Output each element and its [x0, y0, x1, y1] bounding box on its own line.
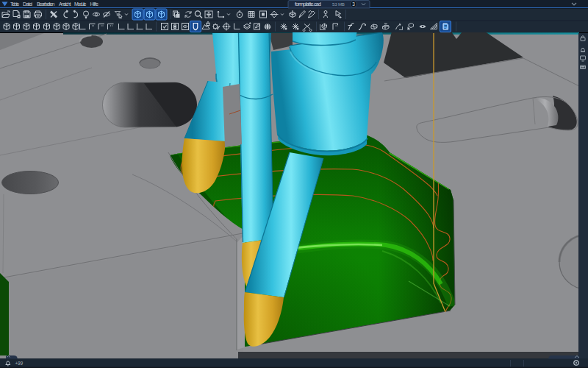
svg-text:3: 3: [352, 1, 355, 7]
svg-text:Ansicht: Ansicht: [59, 1, 71, 7]
svg-text:formplatte.cad: formplatte.cad: [295, 1, 321, 7]
svg-text:Datei: Datei: [23, 1, 32, 7]
svg-text:Module: Module: [74, 1, 87, 7]
svg-text:+99: +99: [15, 361, 24, 366]
svg-text:53 MB: 53 MB: [332, 1, 345, 7]
svg-text:Tebis: Tebis: [10, 1, 20, 7]
svg-text:Bearbeiten: Bearbeiten: [37, 1, 55, 7]
svg-text:Hilfe: Hilfe: [90, 1, 99, 7]
